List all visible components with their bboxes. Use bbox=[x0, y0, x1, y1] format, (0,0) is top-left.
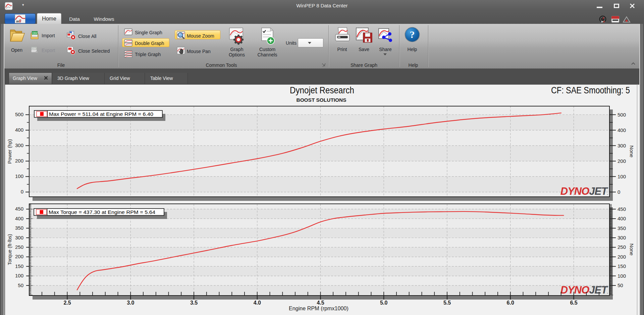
svg-text:5.5: 5.5 bbox=[443, 300, 451, 306]
svg-text:400: 400 bbox=[15, 127, 23, 133]
svg-text:100: 100 bbox=[15, 173, 23, 179]
svg-text:BOOST SOLUTIONS: BOOST SOLUTIONS bbox=[297, 97, 346, 103]
svg-text:500: 500 bbox=[618, 112, 626, 118]
svg-text:Engine RPM (rpmx1000): Engine RPM (rpmx1000) bbox=[289, 306, 348, 311]
svg-text:Max Power = 511.04 at Engine R: Max Power = 511.04 at Engine RPM = 6.40 bbox=[49, 111, 153, 117]
svg-text:300: 300 bbox=[15, 142, 23, 148]
svg-text:CSV: CSV bbox=[33, 32, 38, 34]
svg-text:400: 400 bbox=[15, 216, 23, 221]
svg-text:50: 50 bbox=[618, 282, 623, 288]
svg-text:3.0: 3.0 bbox=[127, 300, 134, 306]
svg-text:200: 200 bbox=[15, 158, 23, 164]
svg-text:250: 250 bbox=[15, 244, 23, 250]
svg-text:4.0: 4.0 bbox=[254, 300, 261, 306]
svg-text:Max Torque = 437.30 at Engine: Max Torque = 437.30 at Engine RPM = 5.64 bbox=[49, 210, 155, 215]
svg-text:350: 350 bbox=[15, 225, 23, 231]
svg-text:500: 500 bbox=[15, 111, 23, 117]
svg-text:None: None bbox=[629, 145, 635, 158]
svg-text:Power (hp): Power (hp) bbox=[7, 139, 12, 164]
svg-text:300: 300 bbox=[618, 143, 626, 148]
svg-text:DYNOJET.: DYNOJET. bbox=[560, 185, 608, 197]
svg-text:400: 400 bbox=[618, 216, 626, 221]
svg-text:4.5: 4.5 bbox=[317, 300, 324, 306]
svg-text:5.0: 5.0 bbox=[380, 300, 387, 306]
svg-text:0: 0 bbox=[618, 189, 620, 195]
svg-text:DYNOJET.: DYNOJET. bbox=[560, 284, 608, 296]
svg-text:None: None bbox=[629, 243, 635, 256]
svg-text:200: 200 bbox=[15, 254, 23, 259]
svg-text:50: 50 bbox=[18, 282, 23, 288]
svg-text:6.0: 6.0 bbox=[507, 300, 514, 306]
svg-text:3.5: 3.5 bbox=[190, 300, 198, 306]
svg-text:w8: w8 bbox=[601, 20, 605, 23]
svg-text:100: 100 bbox=[15, 273, 23, 278]
svg-text:6.5: 6.5 bbox=[570, 300, 577, 306]
svg-text:2.5: 2.5 bbox=[63, 300, 71, 306]
svg-text:?: ? bbox=[410, 29, 415, 40]
svg-text:Torque (ft-lbs): Torque (ft-lbs) bbox=[7, 234, 12, 265]
svg-text:200: 200 bbox=[618, 158, 626, 164]
svg-text:W8: W8 bbox=[16, 18, 21, 23]
svg-text:0: 0 bbox=[21, 189, 23, 194]
svg-text:150: 150 bbox=[15, 263, 23, 269]
svg-text:300: 300 bbox=[618, 235, 626, 240]
svg-text:450: 450 bbox=[15, 206, 23, 212]
svg-text:400: 400 bbox=[618, 127, 626, 133]
svg-text:200: 200 bbox=[618, 254, 626, 260]
svg-text:350: 350 bbox=[618, 225, 626, 231]
svg-text:100: 100 bbox=[618, 174, 626, 179]
svg-text:150: 150 bbox=[618, 263, 626, 269]
svg-text:450: 450 bbox=[618, 206, 626, 212]
svg-text:CSV: CSV bbox=[32, 47, 37, 50]
svg-text:250: 250 bbox=[618, 244, 626, 250]
svg-text:CF: SAE Smoothing: 5: CF: SAE Smoothing: 5 bbox=[551, 85, 630, 95]
svg-text:100: 100 bbox=[618, 273, 626, 279]
svg-text:Dynojet Research: Dynojet Research bbox=[290, 85, 354, 95]
svg-text:300: 300 bbox=[15, 235, 23, 240]
